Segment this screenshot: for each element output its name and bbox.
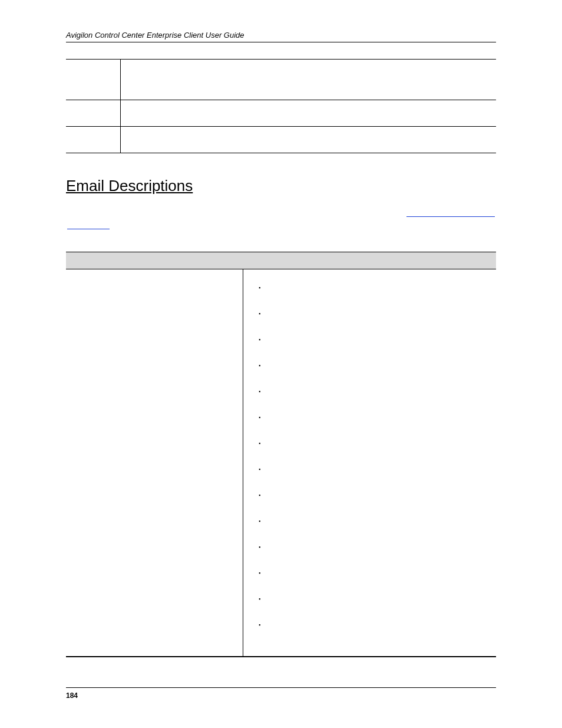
option-bullet-list: [249, 285, 490, 635]
list-item: [269, 596, 490, 609]
list-item: [269, 518, 490, 531]
cell: [66, 100, 120, 127]
cross-ref-link[interactable]: [67, 229, 110, 229]
list-item: [269, 311, 490, 324]
table-row: [66, 269, 496, 657]
table-row: [66, 60, 496, 100]
list-item: [269, 544, 490, 557]
list-item: [269, 414, 490, 427]
section-heading: Email Descriptions: [66, 177, 496, 195]
cross-ref-link[interactable]: [406, 216, 495, 217]
cell: [120, 60, 284, 100]
intro-paragraph: [66, 210, 496, 246]
cell: [284, 127, 496, 153]
page-number: 184: [66, 691, 78, 700]
options-table-header: [66, 252, 496, 269]
cell: [284, 60, 496, 100]
option-name-cell: [66, 269, 243, 657]
options-table: [66, 252, 496, 657]
table-row: [66, 127, 496, 153]
list-item: [269, 388, 490, 401]
list-item: [269, 440, 490, 453]
top-small-table: [66, 59, 496, 153]
list-item: [269, 285, 490, 298]
page-footer: 184: [66, 687, 496, 700]
table-row: [66, 100, 496, 127]
list-item: [269, 622, 490, 635]
cell: [284, 100, 496, 127]
option-description-cell: [243, 269, 497, 657]
list-item: [269, 570, 490, 583]
list-item: [269, 492, 490, 505]
cell: [120, 127, 284, 153]
running-header: Avigilon Control Center Enterprise Clien…: [66, 31, 496, 42]
cell: [120, 100, 284, 127]
list-item: [269, 337, 490, 350]
cell: [66, 60, 120, 100]
cell: [66, 127, 120, 153]
list-item: [269, 363, 490, 375]
list-item: [269, 466, 490, 479]
